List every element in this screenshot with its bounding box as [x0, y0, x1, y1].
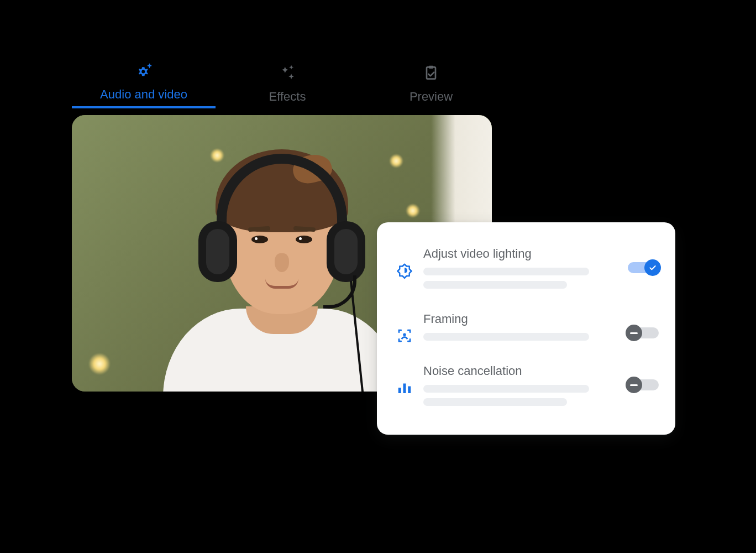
framing-person-icon [393, 312, 416, 344]
sparkles-icon [278, 62, 297, 84]
tab-label: Preview [410, 90, 453, 104]
audio-video-settings-panel: Adjust video lighting Framing [377, 222, 675, 435]
setting-framing: Framing [393, 304, 659, 356]
equalizer-icon [393, 364, 416, 396]
toggle-adjust-video-lighting[interactable] [628, 262, 659, 273]
tab-audio-and-video[interactable]: Audio and video [72, 60, 216, 108]
svg-rect-1 [429, 66, 433, 69]
tab-preview[interactable]: Preview [359, 62, 503, 108]
toggle-noise-cancellation[interactable] [628, 379, 659, 390]
brightness-icon [393, 247, 416, 279]
setting-title: Framing [423, 312, 616, 326]
tab-label: Audio and video [100, 87, 187, 102]
clipboard-check-icon [422, 62, 440, 84]
settings-tabs: Audio and video Effects Preview [72, 60, 503, 108]
tab-label: Effects [269, 90, 306, 104]
svg-rect-4 [403, 384, 406, 394]
toggle-framing[interactable] [628, 327, 659, 338]
setting-description-placeholder [423, 385, 589, 393]
setting-noise-cancellation: Noise cancellation [393, 356, 659, 421]
setting-description-placeholder [423, 281, 567, 289]
svg-rect-5 [408, 387, 411, 394]
svg-point-2 [403, 333, 406, 336]
setting-description-placeholder [423, 333, 589, 341]
gear-sparkle-icon [134, 60, 154, 82]
setting-adjust-video-lighting: Adjust video lighting [393, 239, 659, 304]
setting-description-placeholder [423, 398, 567, 406]
setting-title: Noise cancellation [423, 364, 616, 378]
setting-description-placeholder [423, 268, 589, 275]
svg-rect-3 [398, 388, 401, 393]
setting-title: Adjust video lighting [423, 247, 616, 261]
tab-effects[interactable]: Effects [216, 62, 359, 108]
